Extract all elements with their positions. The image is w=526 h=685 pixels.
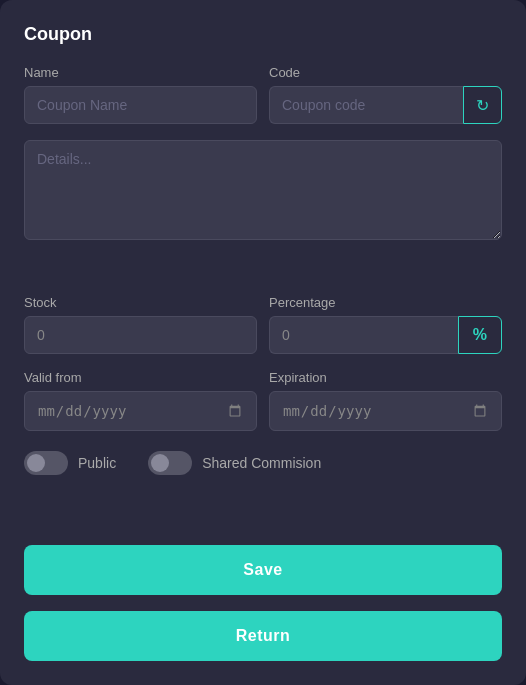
code-group: Code ↻ <box>269 65 502 124</box>
stock-percentage-row: Stock Percentage % <box>24 295 502 354</box>
stock-label: Stock <box>24 295 257 310</box>
percentage-group: Percentage % <box>269 295 502 354</box>
return-button[interactable]: Return <box>24 611 502 661</box>
name-label: Name <box>24 65 257 80</box>
expiration-input[interactable] <box>269 391 502 431</box>
valid-from-input[interactable] <box>24 391 257 431</box>
expiration-group: Expiration <box>269 370 502 431</box>
public-toggle-group: Public <box>24 451 116 475</box>
public-toggle[interactable] <box>24 451 68 475</box>
expiration-label: Expiration <box>269 370 502 385</box>
shared-commission-toggle-group: Shared Commision <box>148 451 321 475</box>
toggles-row: Public Shared Commision <box>24 451 502 475</box>
code-input[interactable] <box>269 86 463 124</box>
public-label: Public <box>78 455 116 471</box>
percentage-label: Percentage <box>269 295 502 310</box>
coupon-card: Coupon Name Code ↻ Stock Percentage <box>0 0 526 685</box>
refresh-icon: ↻ <box>476 96 489 115</box>
shared-commission-label: Shared Commision <box>202 455 321 471</box>
percentage-button[interactable]: % <box>458 316 502 354</box>
dates-row: Valid from Expiration <box>24 370 502 431</box>
refresh-button[interactable]: ↻ <box>463 86 502 124</box>
valid-from-label: Valid from <box>24 370 257 385</box>
name-group: Name <box>24 65 257 124</box>
shared-commission-toggle[interactable] <box>148 451 192 475</box>
details-input[interactable] <box>24 140 502 240</box>
code-input-wrapper: ↻ <box>269 86 502 124</box>
percent-icon: % <box>473 326 487 344</box>
name-input[interactable] <box>24 86 257 124</box>
name-code-row: Name Code ↻ <box>24 65 502 124</box>
valid-from-group: Valid from <box>24 370 257 431</box>
details-group <box>24 140 502 279</box>
public-toggle-slider <box>24 451 68 475</box>
stock-input[interactable] <box>24 316 257 354</box>
save-button[interactable]: Save <box>24 545 502 595</box>
page-title: Coupon <box>24 24 502 45</box>
stock-group: Stock <box>24 295 257 354</box>
shared-commission-toggle-slider <box>148 451 192 475</box>
percentage-input[interactable] <box>269 316 458 354</box>
code-label: Code <box>269 65 502 80</box>
percentage-input-wrapper: % <box>269 316 502 354</box>
